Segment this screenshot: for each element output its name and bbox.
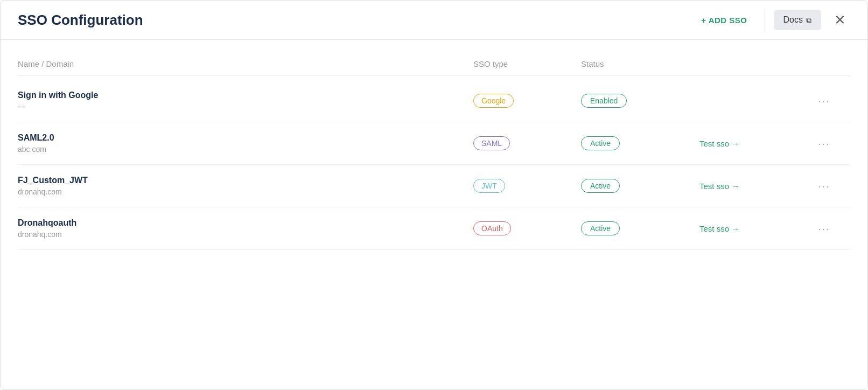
col-sso-type: SSO type <box>473 59 581 68</box>
more-cell: ··· <box>818 222 850 235</box>
table-row: Sign in with Google --- Google Enabled ·… <box>18 80 850 122</box>
row-domain: dronahq.com <box>18 187 473 196</box>
status-badge: Active <box>581 179 620 193</box>
more-cell: ··· <box>818 180 850 192</box>
modal-content: Name / Domain SSO type Status Sign in wi… <box>1 40 867 263</box>
col-more <box>818 59 850 68</box>
test-sso-button[interactable]: Test sso → <box>699 139 739 148</box>
status-cell: Active <box>581 136 699 150</box>
status-badge: Active <box>581 221 620 235</box>
modal-title: SSO Configuration <box>18 12 684 29</box>
modal-header: SSO Configuration + ADD SSO Docs ⧉ ✕ <box>1 1 867 40</box>
more-options-button[interactable]: ··· <box>818 222 830 235</box>
external-link-icon: ⧉ <box>806 16 811 25</box>
sso-type-badge: Google <box>473 94 514 108</box>
row-name-cell: Dronahqoauth dronahq.com <box>18 218 473 239</box>
row-name: Dronahqoauth <box>18 218 473 228</box>
sso-type-cell: JWT <box>473 179 581 193</box>
sso-type-cell: SAML <box>473 136 581 150</box>
col-name-domain: Name / Domain <box>18 59 473 68</box>
add-sso-button[interactable]: + ADD SSO <box>692 11 755 29</box>
status-cell: Active <box>581 179 699 193</box>
sso-type-badge: JWT <box>473 179 505 193</box>
row-name-cell: FJ_Custom_JWT dronahq.com <box>18 176 473 196</box>
row-domain: --- <box>18 102 473 111</box>
sso-type-cell: Google <box>473 94 581 108</box>
row-name-cell: SAML2.0 abc.com <box>18 133 473 154</box>
test-sso-cell: Test sso → <box>699 224 818 233</box>
table-row: Dronahqoauth dronahq.com OAuth Active Te… <box>18 207 850 250</box>
more-options-button[interactable]: ··· <box>818 180 830 192</box>
row-domain: abc.com <box>18 145 473 154</box>
more-cell: ··· <box>818 95 850 107</box>
table-row: FJ_Custom_JWT dronahq.com JWT Active Tes… <box>18 165 850 207</box>
test-sso-button[interactable]: Test sso → <box>699 182 739 191</box>
row-name-cell: Sign in with Google --- <box>18 90 473 111</box>
more-options-button[interactable]: ··· <box>818 137 830 150</box>
col-actions <box>699 59 818 68</box>
row-name: Sign in with Google <box>18 90 473 100</box>
col-status: Status <box>581 59 699 68</box>
sso-type-badge: OAuth <box>473 221 511 235</box>
table-row: SAML2.0 abc.com SAML Active Test sso → ·… <box>18 122 850 165</box>
row-domain: dronahq.com <box>18 230 473 239</box>
more-options-button[interactable]: ··· <box>818 95 830 107</box>
test-sso-button[interactable]: Test sso → <box>699 224 739 233</box>
status-cell: Enabled <box>581 94 699 108</box>
more-cell: ··· <box>818 137 850 150</box>
docs-button[interactable]: Docs ⧉ <box>774 10 821 30</box>
close-button[interactable]: ✕ <box>830 11 850 29</box>
header-divider <box>765 9 765 31</box>
status-badge: Active <box>581 136 620 150</box>
table-header: Name / Domain SSO type Status <box>18 53 850 75</box>
row-name: FJ_Custom_JWT <box>18 176 473 185</box>
test-sso-cell: Test sso → <box>699 182 818 191</box>
status-cell: Active <box>581 221 699 235</box>
sso-configuration-modal: SSO Configuration + ADD SSO Docs ⧉ ✕ Nam… <box>0 0 868 390</box>
row-name: SAML2.0 <box>18 133 473 143</box>
status-badge: Enabled <box>581 94 627 108</box>
sso-type-badge: SAML <box>473 136 510 150</box>
test-sso-cell: Test sso → <box>699 139 818 148</box>
sso-type-cell: OAuth <box>473 221 581 235</box>
docs-label: Docs <box>783 15 803 25</box>
